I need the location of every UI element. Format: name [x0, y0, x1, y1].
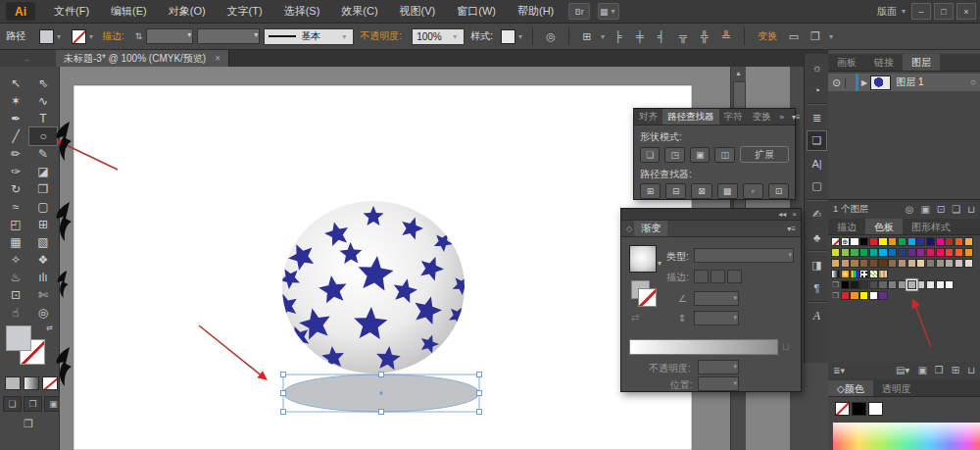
line-segment-tool[interactable]: ╱: [2, 127, 29, 145]
color-swatch[interactable]: [841, 270, 850, 279]
paragraph-styles-panel-icon[interactable]: ¶: [808, 278, 826, 297]
menu-选择(S)[interactable]: 选择(S): [273, 0, 331, 23]
stroke-within-icon[interactable]: [694, 270, 709, 283]
color-swatch[interactable]: [916, 237, 925, 247]
stroke-across-icon[interactable]: [727, 270, 742, 283]
color-swatch[interactable]: [859, 280, 868, 290]
magic-wand-tool[interactable]: ✶: [2, 92, 29, 110]
transform-panel-icon[interactable]: ▢: [808, 176, 826, 195]
glyphs-panel-icon[interactable]: A: [808, 307, 826, 325]
color-proxy-swatch[interactable]: [852, 402, 866, 416]
bounding-box-icon[interactable]: ▭: [785, 28, 803, 44]
panel-collapse-icon[interactable]: »: [776, 113, 788, 122]
pencil-tool[interactable]: ✎: [29, 145, 57, 163]
workspace-switcher-button[interactable]: ▦▾: [598, 3, 619, 20]
align-left-icon[interactable]: ╞: [610, 28, 627, 44]
color-swatch[interactable]: [850, 259, 858, 269]
color-swatch[interactable]: [888, 280, 897, 290]
color-panel-icon[interactable]: ☼: [808, 58, 826, 76]
gradient-panel-tab[interactable]: 渐变: [634, 221, 667, 236]
new-color-group-icon[interactable]: ❒: [935, 365, 944, 375]
visibility-eye-icon[interactable]: ⊙: [828, 77, 846, 88]
blend-tool[interactable]: ❖: [29, 251, 57, 269]
intersect-icon[interactable]: ▣: [690, 147, 710, 163]
ellipse-tool[interactable]: ○: [29, 127, 57, 145]
layer-row[interactable]: ⊙ ▶ 图层 1 ○: [828, 74, 980, 91]
mesh-tool[interactable]: ▦: [2, 233, 29, 251]
collapse-panel-icon[interactable]: ◂◂: [778, 210, 786, 219]
minimize-button[interactable]: –: [911, 3, 931, 20]
none-paint-button[interactable]: [42, 376, 58, 390]
color-swatch[interactable]: [898, 237, 906, 247]
divide-icon[interactable]: ⊞: [640, 183, 661, 199]
align-right-icon[interactable]: ╡: [653, 28, 670, 44]
color-proxy-swatch[interactable]: [835, 402, 850, 416]
symbols-panel-icon[interactable]: ♣: [808, 227, 826, 246]
gradient-tool[interactable]: ▧: [29, 233, 57, 251]
color-swatch[interactable]: [859, 237, 868, 247]
align-options-icon[interactable]: ⊞: [578, 28, 596, 44]
eyedropper-tool[interactable]: ✧: [2, 251, 29, 269]
color-swatch[interactable]: [878, 259, 887, 269]
align-top-icon[interactable]: ╦: [674, 28, 692, 44]
free-transform-tool[interactable]: ▢: [29, 198, 57, 216]
perspective-grid-tool[interactable]: ⊞: [29, 216, 57, 233]
delete-stop-icon[interactable]: ⊔: [782, 341, 790, 352]
fill-proxy-swatch[interactable]: [6, 325, 31, 351]
unite-icon[interactable]: ❏: [640, 147, 660, 163]
color-swatch[interactable]: [859, 291, 868, 301]
close-document-icon[interactable]: ×: [215, 53, 220, 64]
selection-handle[interactable]: [477, 391, 482, 396]
panel-toggle-icon[interactable]: ◇: [621, 225, 634, 233]
gradient-thumbnail-swatch[interactable]: [629, 245, 657, 273]
color-swatch[interactable]: [916, 280, 925, 290]
color-swatch[interactable]: [916, 248, 925, 258]
color-swatch[interactable]: [945, 248, 954, 258]
align-panel-icon[interactable]: ≣: [808, 109, 826, 127]
selection-tool[interactable]: ↖: [2, 75, 29, 92]
bridge-button[interactable]: Br: [568, 3, 590, 20]
color-swatch[interactable]: [898, 259, 906, 269]
brush-definition-dropdown[interactable]: ▾: [197, 28, 260, 44]
brushes-panel-icon[interactable]: ✍: [808, 205, 826, 224]
exclude-icon[interactable]: ◫: [714, 147, 734, 163]
color-swatch[interactable]: [888, 248, 897, 258]
color-swatch[interactable]: [955, 237, 963, 247]
new-layer-icon[interactable]: ❏: [952, 204, 960, 215]
eraser-tool[interactable]: ◪: [29, 163, 57, 180]
close-button[interactable]: ×: [956, 3, 976, 20]
color-swatch[interactable]: [878, 237, 887, 247]
chevron-down-icon[interactable]: ▾: [658, 259, 662, 268]
menu-文件(F)[interactable]: 文件(F): [43, 0, 100, 23]
gradient-position-dropdown[interactable]: ▾: [698, 376, 739, 391]
draw-behind-mode-icon[interactable]: ❐: [24, 396, 42, 412]
style-swatch[interactable]: [501, 29, 515, 44]
menu-帮助(H)[interactable]: 帮助(H): [507, 0, 564, 23]
color-swatch[interactable]: [850, 248, 858, 258]
isolate-selected-icon[interactable]: ❒: [807, 28, 824, 44]
color-swatch[interactable]: ⊕: [841, 237, 850, 247]
character-panel-icon[interactable]: A|: [808, 154, 826, 173]
color-swatch[interactable]: [907, 280, 916, 290]
maximize-button[interactable]: □: [934, 3, 954, 20]
color-swatch[interactable]: [945, 237, 954, 247]
color-swatch[interactable]: [936, 259, 945, 269]
align-center-icon[interactable]: ╪: [631, 28, 649, 44]
show-swatch-kinds-icon[interactable]: ▤▾: [896, 365, 909, 375]
expand-layer-icon[interactable]: ▶: [861, 78, 867, 87]
color-spectrum[interactable]: [833, 423, 980, 450]
color-swatch[interactable]: [878, 291, 887, 301]
rotate-tool[interactable]: ↻: [2, 180, 29, 198]
color-swatch[interactable]: [936, 237, 945, 247]
selection-handle[interactable]: [281, 391, 286, 396]
screen-mode-button[interactable]: ❐: [18, 416, 39, 431]
color-swatch[interactable]: [888, 237, 897, 247]
gradient-paint-button[interactable]: [24, 376, 39, 390]
menu-效果(C)[interactable]: 效果(C): [330, 0, 388, 23]
tab-图形样式[interactable]: 图形样式: [903, 219, 959, 234]
tab-链接[interactable]: 链接: [865, 54, 903, 71]
gradient-opacity-dropdown[interactable]: ▾: [698, 360, 739, 375]
make-clipping-mask-icon[interactable]: ▣: [920, 204, 929, 215]
layer-target-icon[interactable]: ○: [971, 77, 976, 87]
menu-窗口(W)[interactable]: 窗口(W): [446, 0, 507, 23]
